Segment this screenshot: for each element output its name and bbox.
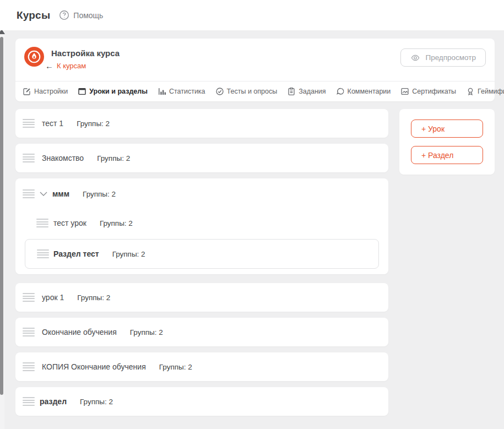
lesson-title: тест урок	[53, 219, 86, 227]
help-question-icon	[59, 10, 69, 20]
tab-comments[interactable]: Комментарии	[336, 87, 391, 96]
tab-label: Тесты и опросы	[227, 88, 278, 95]
tab-label: Комментарии	[348, 88, 391, 95]
drag-handle-icon[interactable]	[23, 154, 35, 162]
back-link-label: К курсам	[57, 62, 86, 70]
left-scrollbar-track[interactable]	[0, 30, 4, 429]
drag-handle-icon[interactable]	[23, 397, 35, 406]
course-tabs-bar: Настройки Уроки и разделы	[15, 81, 495, 101]
tab-label: Настройки	[34, 88, 68, 95]
tab-settings[interactable]: Настройки	[23, 87, 68, 96]
drag-handle-icon[interactable]	[23, 328, 35, 336]
group-header-row[interactable]: ммм Группы: 2	[15, 178, 388, 209]
lesson-title: урок 1	[42, 293, 64, 302]
image-icon	[400, 87, 409, 96]
tab-tests-and-surveys[interactable]: Тесты и опросы	[215, 87, 278, 96]
add-section-button[interactable]: + Раздел	[411, 146, 483, 164]
tab-label: Задания	[299, 88, 326, 95]
lesson-title: Окончание обучения	[42, 328, 117, 336]
course-card-header: Настройка курса ← К курсам Предпросмотр	[15, 39, 495, 81]
tab-lessons-and-sections[interactable]: Уроки и разделы	[78, 87, 148, 96]
lesson-row[interactable]: тест 1 Группы: 2	[15, 109, 388, 138]
section-row[interactable]: раздел Группы: 2	[15, 387, 388, 416]
lesson-row[interactable]: урок 1 Группы: 2	[15, 283, 388, 312]
page-title: Курсы	[17, 9, 50, 21]
lesson-row[interactable]: Знакомство Группы: 2	[15, 144, 388, 172]
help-label: Помощь	[73, 11, 103, 20]
tab-assignments[interactable]: Задания	[287, 87, 326, 96]
lesson-row[interactable]: Окончание обучения Группы: 2	[15, 318, 388, 346]
groups-count-label: Группы: 2	[83, 190, 116, 198]
lesson-row[interactable]: КОПИЯ Окончание обучения Группы: 2	[15, 352, 388, 381]
preview-button[interactable]: Предпросмотр	[400, 48, 486, 67]
nested-lesson-row[interactable]: тест урок Группы: 2	[15, 209, 388, 237]
group-title: ммм	[52, 189, 69, 198]
lesson-title: КОПИЯ Окончание обучения	[42, 362, 146, 371]
bar-chart-icon	[158, 87, 166, 96]
clipboard-icon	[287, 87, 296, 96]
preview-button-label: Предпросмотр	[425, 53, 476, 62]
lessons-area: тест 1 Группы: 2 Знакомство Группы: 2 мм…	[15, 109, 495, 422]
course-settings-card: Настройка курса ← К курсам Предпросмотр	[15, 39, 495, 101]
groups-count-label: Группы: 2	[77, 120, 110, 128]
drag-handle-icon[interactable]	[37, 249, 49, 258]
tab-label: Уроки и разделы	[89, 88, 148, 95]
groups-count-label: Группы: 2	[159, 363, 192, 371]
drag-handle-icon[interactable]	[23, 119, 35, 128]
tab-certificates[interactable]: Сертификаты	[400, 87, 456, 96]
chevron-down-icon[interactable]	[40, 192, 47, 196]
tab-gamification[interactable]: Геймификация	[466, 87, 504, 96]
tab-label: Статистика	[169, 88, 205, 95]
back-to-courses-link[interactable]: ← К курсам	[45, 62, 120, 70]
edit-icon	[23, 87, 31, 96]
nested-section-row[interactable]: Раздел тест Группы: 2	[25, 239, 379, 269]
section-title: раздел	[40, 397, 67, 406]
course-logo-flame-icon	[24, 47, 44, 67]
left-scrollbar-thumb[interactable]	[0, 37, 3, 395]
drag-handle-icon[interactable]	[23, 189, 35, 198]
course-settings-title: Настройка курса	[51, 47, 120, 58]
groups-count-label: Группы: 2	[112, 250, 145, 258]
window-icon	[78, 87, 86, 96]
lesson-group-expanded: ммм Группы: 2 тест урок Группы: 2 Раздел…	[15, 178, 388, 274]
course-header-text: Настройка курса ← К курсам	[51, 47, 120, 70]
left-arrow-icon: ←	[45, 62, 53, 70]
add-lesson-button[interactable]: + Урок	[411, 120, 483, 138]
groups-count-label: Группы: 2	[97, 154, 130, 162]
tab-statistics[interactable]: Статистика	[158, 87, 205, 96]
groups-count-label: Группы: 2	[130, 328, 163, 336]
lesson-title: тест 1	[42, 119, 63, 128]
medal-icon	[466, 87, 475, 96]
check-circle-icon	[215, 87, 224, 96]
topbar: Курсы Помощь	[0, 0, 504, 30]
page-content: Настройка курса ← К курсам Предпросмотр	[0, 30, 504, 422]
groups-count-label: Группы: 2	[80, 398, 113, 406]
eye-icon	[410, 53, 420, 63]
comment-bubble-icon	[336, 87, 345, 96]
actions-sidebar: + Урок + Раздел	[399, 109, 495, 175]
lesson-title: Знакомство	[42, 154, 84, 162]
groups-count-label: Группы: 2	[100, 219, 133, 227]
help-button[interactable]: Помощь	[59, 10, 103, 20]
tab-label: Геймификация	[478, 88, 504, 95]
drag-handle-icon[interactable]	[36, 219, 48, 227]
lessons-list: тест 1 Группы: 2 Знакомство Группы: 2 мм…	[15, 109, 388, 422]
groups-count-label: Группы: 2	[77, 294, 110, 302]
drag-handle-icon[interactable]	[23, 293, 35, 302]
drag-handle-icon[interactable]	[23, 362, 35, 371]
tab-label: Сертификаты	[412, 88, 456, 95]
section-title: Раздел тест	[53, 249, 99, 258]
